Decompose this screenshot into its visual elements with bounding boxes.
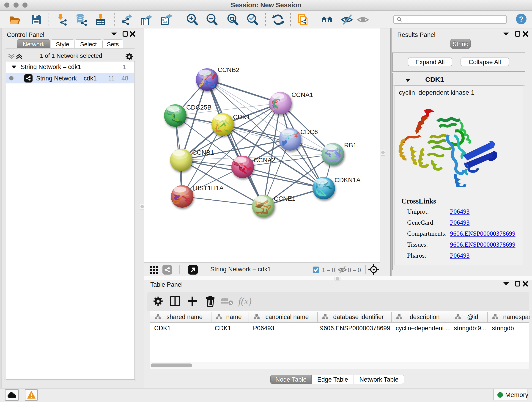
- svg-text:CCNE1: CCNE1: [274, 195, 296, 202]
- svg-text:CCNA2: CCNA2: [254, 157, 275, 164]
- svg-text:CCNA1: CCNA1: [291, 91, 313, 98]
- svg-text:CCNB2: CCNB2: [218, 66, 239, 73]
- svg-text:RB1: RB1: [344, 142, 356, 149]
- svg-text:CDC25B: CDC25B: [186, 104, 211, 111]
- svg-text:CCNB1: CCNB1: [192, 149, 214, 156]
- svg-text:CDC6: CDC6: [300, 128, 318, 135]
- svg-text:CDK1: CDK1: [233, 114, 250, 121]
- svg-text:CDKN1A: CDKN1A: [335, 177, 361, 184]
- svg-text:HIST1H1A: HIST1H1A: [193, 185, 224, 191]
